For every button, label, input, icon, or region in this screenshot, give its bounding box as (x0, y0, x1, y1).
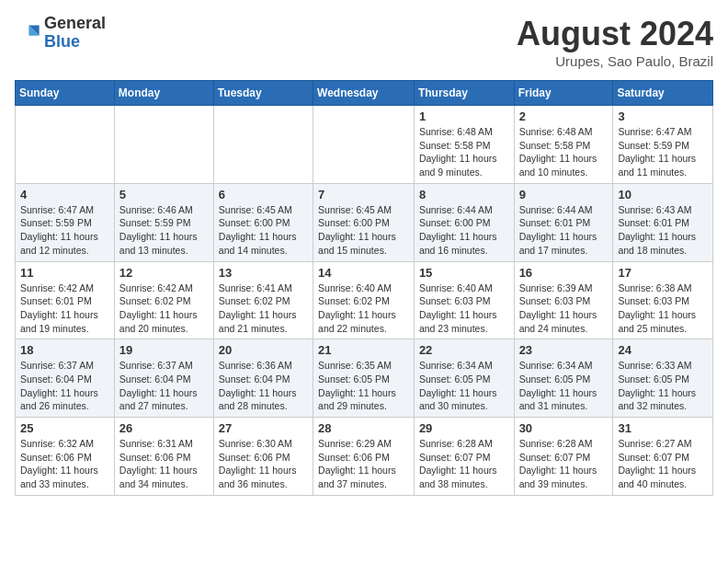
calendar-table: SundayMondayTuesdayWednesdayThursdayFrid… (15, 80, 713, 496)
header-cell-saturday: Saturday (613, 81, 713, 106)
header-cell-tuesday: Tuesday (213, 81, 313, 106)
calendar-cell: 22Sunrise: 6:34 AMSunset: 6:05 PMDayligh… (414, 339, 514, 418)
calendar-cell: 31Sunrise: 6:27 AMSunset: 6:07 PMDayligh… (613, 418, 713, 496)
header-cell-monday: Monday (114, 81, 213, 106)
day-info: Sunrise: 6:29 AMSunset: 6:06 PMDaylight:… (318, 437, 409, 491)
logo-icon (15, 20, 40, 46)
day-info: Sunrise: 6:39 AMSunset: 6:03 PMDaylight:… (519, 282, 609, 336)
day-number: 19 (119, 343, 209, 357)
page-subtitle: Urupes, Sao Paulo, Brazil (517, 53, 713, 69)
calendar-header: SundayMondayTuesdayWednesdayThursdayFrid… (16, 81, 713, 106)
calendar-week-5: 25Sunrise: 6:32 AMSunset: 6:06 PMDayligh… (16, 418, 713, 496)
day-number: 6 (219, 188, 308, 201)
calendar-cell: 18Sunrise: 6:37 AMSunset: 6:04 PMDayligh… (16, 339, 115, 418)
calendar-cell: 9Sunrise: 6:44 AMSunset: 6:01 PMDaylight… (514, 183, 613, 261)
logo-text: General Blue (44, 15, 106, 52)
day-number: 1 (419, 109, 509, 123)
day-number: 17 (618, 266, 708, 280)
calendar-cell: 4Sunrise: 6:47 AMSunset: 5:59 PMDaylight… (16, 183, 115, 261)
day-info: Sunrise: 6:35 AMSunset: 6:05 PMDaylight:… (318, 359, 409, 413)
day-number: 5 (119, 188, 209, 201)
day-number: 22 (419, 343, 509, 357)
calendar-cell: 19Sunrise: 6:37 AMSunset: 6:04 PMDayligh… (114, 339, 213, 418)
header-row: SundayMondayTuesdayWednesdayThursdayFrid… (16, 81, 713, 106)
day-number: 27 (219, 421, 308, 435)
day-number: 20 (219, 343, 308, 357)
day-info: Sunrise: 6:34 AMSunset: 6:05 PMDaylight:… (519, 359, 609, 413)
calendar-cell: 6Sunrise: 6:45 AMSunset: 6:00 PMDaylight… (213, 183, 313, 261)
day-number: 24 (618, 343, 708, 357)
calendar-cell: 1Sunrise: 6:48 AMSunset: 5:58 PMDaylight… (414, 106, 514, 184)
day-info: Sunrise: 6:40 AMSunset: 6:02 PMDaylight:… (318, 282, 409, 336)
day-info: Sunrise: 6:40 AMSunset: 6:03 PMDaylight:… (419, 282, 509, 336)
day-info: Sunrise: 6:45 AMSunset: 6:00 PMDaylight:… (318, 203, 409, 258)
day-info: Sunrise: 6:43 AMSunset: 6:01 PMDaylight:… (618, 203, 708, 258)
calendar-week-2: 4Sunrise: 6:47 AMSunset: 5:59 PMDaylight… (16, 183, 713, 261)
day-info: Sunrise: 6:28 AMSunset: 6:07 PMDaylight:… (519, 437, 609, 491)
day-info: Sunrise: 6:48 AMSunset: 5:58 PMDaylight:… (419, 125, 509, 179)
calendar-cell (114, 106, 213, 184)
calendar-week-4: 18Sunrise: 6:37 AMSunset: 6:04 PMDayligh… (16, 339, 713, 418)
calendar-cell: 29Sunrise: 6:28 AMSunset: 6:07 PMDayligh… (414, 418, 514, 496)
day-info: Sunrise: 6:42 AMSunset: 6:01 PMDaylight:… (20, 282, 109, 336)
day-number: 30 (519, 421, 609, 435)
calendar-cell: 7Sunrise: 6:45 AMSunset: 6:00 PMDaylight… (313, 183, 415, 261)
day-info: Sunrise: 6:34 AMSunset: 6:05 PMDaylight:… (419, 359, 509, 413)
calendar-cell: 15Sunrise: 6:40 AMSunset: 6:03 PMDayligh… (414, 261, 514, 339)
calendar-cell: 21Sunrise: 6:35 AMSunset: 6:05 PMDayligh… (313, 339, 415, 418)
day-number: 4 (20, 188, 109, 201)
day-info: Sunrise: 6:48 AMSunset: 5:58 PMDaylight:… (519, 125, 609, 179)
day-info: Sunrise: 6:27 AMSunset: 6:07 PMDaylight:… (618, 437, 708, 491)
calendar-cell (213, 106, 313, 184)
day-info: Sunrise: 6:37 AMSunset: 6:04 PMDaylight:… (20, 359, 109, 413)
header-cell-thursday: Thursday (414, 81, 514, 106)
calendar-cell: 3Sunrise: 6:47 AMSunset: 5:59 PMDaylight… (613, 106, 713, 184)
day-number: 29 (419, 421, 509, 435)
header-cell-sunday: Sunday (16, 81, 115, 106)
day-number: 28 (318, 421, 409, 435)
calendar-cell: 26Sunrise: 6:31 AMSunset: 6:06 PMDayligh… (114, 418, 213, 496)
day-number: 18 (20, 343, 109, 357)
day-info: Sunrise: 6:28 AMSunset: 6:07 PMDaylight:… (419, 437, 509, 491)
day-info: Sunrise: 6:31 AMSunset: 6:06 PMDaylight:… (119, 437, 209, 491)
day-number: 15 (419, 266, 509, 280)
calendar-body: 1Sunrise: 6:48 AMSunset: 5:58 PMDaylight… (16, 106, 713, 496)
calendar-cell: 13Sunrise: 6:41 AMSunset: 6:02 PMDayligh… (213, 261, 313, 339)
calendar-cell: 20Sunrise: 6:36 AMSunset: 6:04 PMDayligh… (213, 339, 313, 418)
day-number: 7 (318, 188, 409, 201)
calendar-cell: 8Sunrise: 6:44 AMSunset: 6:00 PMDaylight… (414, 183, 514, 261)
day-info: Sunrise: 6:32 AMSunset: 6:06 PMDaylight:… (20, 437, 109, 491)
day-number: 16 (519, 266, 609, 280)
day-number: 23 (519, 343, 609, 357)
day-info: Sunrise: 6:44 AMSunset: 6:01 PMDaylight:… (519, 203, 609, 258)
logo: General Blue (15, 15, 106, 52)
calendar-cell: 17Sunrise: 6:38 AMSunset: 6:03 PMDayligh… (613, 261, 713, 339)
calendar-cell: 16Sunrise: 6:39 AMSunset: 6:03 PMDayligh… (514, 261, 613, 339)
day-info: Sunrise: 6:37 AMSunset: 6:04 PMDaylight:… (119, 359, 209, 413)
day-number: 13 (219, 266, 308, 280)
calendar-cell: 28Sunrise: 6:29 AMSunset: 6:06 PMDayligh… (313, 418, 415, 496)
title-block: August 2024 Urupes, Sao Paulo, Brazil (517, 15, 713, 69)
day-number: 12 (119, 266, 209, 280)
day-info: Sunrise: 6:38 AMSunset: 6:03 PMDaylight:… (618, 282, 708, 336)
day-info: Sunrise: 6:33 AMSunset: 6:05 PMDaylight:… (618, 359, 708, 413)
calendar-cell: 5Sunrise: 6:46 AMSunset: 5:59 PMDaylight… (114, 183, 213, 261)
calendar-cell (16, 106, 115, 184)
calendar-cell: 10Sunrise: 6:43 AMSunset: 6:01 PMDayligh… (613, 183, 713, 261)
calendar-cell: 11Sunrise: 6:42 AMSunset: 6:01 PMDayligh… (16, 261, 115, 339)
day-info: Sunrise: 6:47 AMSunset: 5:59 PMDaylight:… (618, 125, 708, 179)
day-number: 26 (119, 421, 209, 435)
day-number: 11 (20, 266, 109, 280)
page-header: General Blue August 2024 Urupes, Sao Pau… (15, 15, 713, 69)
calendar-week-3: 11Sunrise: 6:42 AMSunset: 6:01 PMDayligh… (16, 261, 713, 339)
day-info: Sunrise: 6:41 AMSunset: 6:02 PMDaylight:… (219, 282, 308, 336)
day-number: 9 (519, 188, 609, 201)
day-info: Sunrise: 6:45 AMSunset: 6:00 PMDaylight:… (219, 203, 308, 258)
day-number: 25 (20, 421, 109, 435)
day-info: Sunrise: 6:42 AMSunset: 6:02 PMDaylight:… (119, 282, 209, 336)
day-number: 10 (618, 188, 708, 201)
header-cell-wednesday: Wednesday (313, 81, 415, 106)
day-number: 21 (318, 343, 409, 357)
day-info: Sunrise: 6:36 AMSunset: 6:04 PMDaylight:… (219, 359, 308, 413)
calendar-cell: 23Sunrise: 6:34 AMSunset: 6:05 PMDayligh… (514, 339, 613, 418)
